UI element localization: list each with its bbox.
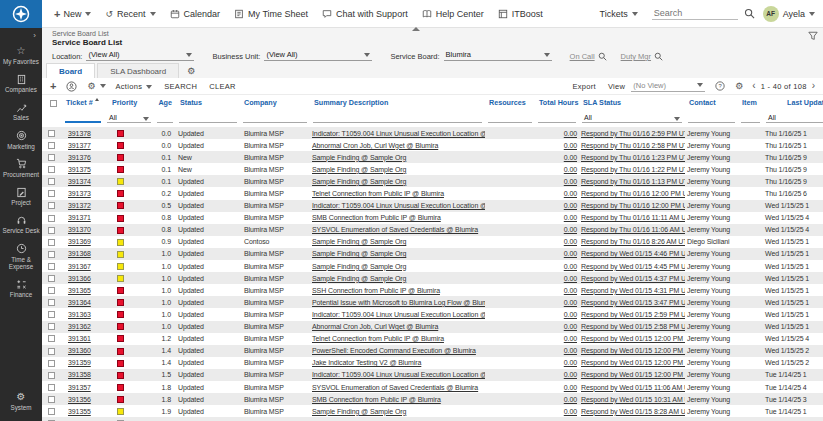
table-row[interactable]: 391363 1.0 Updated Blumira MSP Indicator… <box>42 308 823 320</box>
filter-funnel-icon[interactable] <box>808 31 818 41</box>
total-hours-link[interactable]: 0.00 <box>564 178 577 185</box>
contact-filter-input[interactable] <box>688 113 735 123</box>
ticket-link[interactable]: 391356 <box>68 396 91 403</box>
sla-status-link[interactable]: Respond by Thu 01/16 2:58 PM UTC-05 <box>581 142 685 149</box>
summary-link[interactable]: Indicator: T1059.004 Linux Unusual Execu… <box>312 311 485 318</box>
total-hours-link[interactable]: 0.00 <box>564 408 577 415</box>
table-row[interactable]: 391353 2.0 Updated Blumira MSP SSH Conne… <box>42 417 823 421</box>
sidebar-item-marketing[interactable]: Marketing <box>0 126 42 154</box>
sidebar-item-companies[interactable]: Companies <box>0 69 42 97</box>
row-checkbox[interactable] <box>48 154 55 161</box>
ticket-link[interactable]: 391358 <box>68 371 91 378</box>
table-row[interactable]: 391374 0.1 Updated Blumira MSP Sample Fi… <box>42 175 823 187</box>
ticket-link[interactable]: 391373 <box>68 190 91 197</box>
service-board-select[interactable]: Blumira <box>444 50 552 61</box>
ticket-link[interactable]: 391364 <box>68 299 91 306</box>
table-row[interactable]: 391365 1.0 Updated Blumira MSP SSH Conne… <box>42 284 823 296</box>
table-row[interactable]: 391376 0.1 New Blumira MSP Sample Findin… <box>42 151 823 163</box>
ticket-link[interactable]: 391368 <box>68 250 91 257</box>
table-row[interactable]: 391377 0.0 Updated Blumira MSP Abnormal … <box>42 139 823 151</box>
status-filter-input[interactable] <box>179 113 237 123</box>
sidebar-item-my-favorites[interactable]: ☆ My Favorites <box>0 41 42 69</box>
total-hours-link[interactable]: 0.00 <box>564 371 577 378</box>
ticket-link[interactable]: 391367 <box>68 263 91 270</box>
ticket-link[interactable]: 391365 <box>68 287 91 294</box>
ticket-link[interactable]: 391361 <box>68 335 91 342</box>
tickets-scope-dropdown[interactable]: Tickets <box>599 9 637 19</box>
summary-link[interactable]: Sample Finding @ Sample Org <box>312 250 406 257</box>
summary-link[interactable]: Sample Finding @ Sample Org <box>312 275 406 282</box>
search-icon[interactable] <box>744 8 755 19</box>
summary-link[interactable]: Indicator: T1059.004 Linux Unusual Execu… <box>312 371 485 378</box>
total-hours-link[interactable]: 0.00 <box>564 226 577 233</box>
summary-link[interactable]: Sample Finding @ Sample Org <box>312 408 406 415</box>
my-time-sheet-menu[interactable]: My Time Sheet <box>234 9 308 19</box>
row-checkbox[interactable] <box>48 166 55 173</box>
ticket-link[interactable]: 391371 <box>68 214 91 221</box>
total-hours-link[interactable]: 0.00 <box>564 166 577 173</box>
summary-link[interactable]: Telnet Connection from Public IP @ Blumi… <box>312 190 444 197</box>
sla-status-link[interactable]: Respond by Thu 01/16 12:00 PM UTC-05 <box>581 190 685 197</box>
row-checkbox[interactable] <box>48 275 55 282</box>
search-input[interactable] <box>652 7 738 19</box>
column-header-priority[interactable]: Priority <box>104 95 154 108</box>
row-checkbox[interactable] <box>48 202 55 209</box>
row-checkbox[interactable] <box>48 287 55 294</box>
ticket-link[interactable]: 391375 <box>68 166 91 173</box>
summary-link[interactable]: SSH Connection from Public IP @ Blumira <box>312 287 440 294</box>
ticket-link[interactable]: 391370 <box>68 226 91 233</box>
sidebar-item-system[interactable]: ⚙ System <box>0 387 42 421</box>
summary-link[interactable]: Telnet Connection from Public IP @ Blumi… <box>312 335 444 342</box>
ticket-link[interactable]: 391378 <box>68 130 91 137</box>
collapse-header-chevron[interactable] <box>412 27 420 31</box>
total-hours-link[interactable]: 0.00 <box>564 359 577 366</box>
sla-status-link[interactable]: Respond by Thu 01/16 1:13 PM UTC-05 <box>581 178 685 185</box>
row-checkbox[interactable] <box>48 215 55 222</box>
ticket-link[interactable]: 391377 <box>68 142 91 149</box>
total-hours-link[interactable]: 0.00 <box>564 287 577 294</box>
summary-link[interactable]: Jake Indicator Testing V2 @ Blumira <box>312 359 421 366</box>
column-header-status[interactable]: Status <box>176 95 240 108</box>
table-row[interactable]: 391358 1.5 Updated Blumira MSP Indicator… <box>42 369 823 381</box>
row-checkbox[interactable] <box>48 130 55 137</box>
table-row[interactable]: 391360 1.4 Updated Blumira MSP PowerShel… <box>42 345 823 357</box>
total-hours-link[interactable]: 0.00 <box>564 384 577 391</box>
total-hours-link[interactable]: 0.00 <box>564 130 577 137</box>
sla-status-link[interactable]: Respond by Thu 01/16 1:23 PM UTC-05 <box>581 154 685 161</box>
ticket-link[interactable]: 391369 <box>68 238 91 245</box>
total-hours-link[interactable]: 0.00 <box>564 142 577 149</box>
column-header-ticket[interactable]: Ticket # <box>62 95 104 108</box>
sla-status-link[interactable]: Respond by Wed 01/15 12:00 PM UTC-05 <box>581 371 685 378</box>
sla-status-link[interactable]: Respond by Thu 01/16 11:06 AM UTC-05 <box>581 226 685 233</box>
summary-link[interactable]: SMB Connection from Public IP @ Blumira <box>312 214 441 221</box>
column-header-company[interactable]: Company <box>240 95 310 108</box>
total-hours-link[interactable]: 0.00 <box>564 275 577 282</box>
column-header-summary[interactable]: Summary Description <box>310 95 485 108</box>
duty-mgr-link[interactable]: Duty Mgr <box>621 52 651 61</box>
add-ticket-button[interactable]: + <box>50 80 56 92</box>
total-hours-link[interactable]: 0.00 <box>564 396 577 403</box>
row-checkbox[interactable] <box>48 178 55 185</box>
ticket-link[interactable]: 391376 <box>68 154 91 161</box>
total-hours-link[interactable]: 0.00 <box>564 311 577 318</box>
sidebar-item-project[interactable]: Project <box>0 182 42 210</box>
total-hours-link[interactable]: 0.00 <box>564 299 577 306</box>
table-row[interactable]: 391362 1.0 Updated Blumira MSP Abnormal … <box>42 321 823 333</box>
tab-sla-dashboard[interactable]: SLA Dashboard <box>97 63 179 78</box>
summary-link[interactable]: Sample Finding @ Sample Org <box>312 178 406 185</box>
ticket-link[interactable]: 391359 <box>68 359 91 366</box>
app-logo[interactable] <box>0 0 42 28</box>
column-header-resources[interactable]: Resources <box>485 95 535 108</box>
row-checkbox[interactable] <box>48 408 55 415</box>
column-header-item[interactable]: Item <box>738 95 763 108</box>
sla-status-link[interactable]: Respond by Wed 01/15 4:46 PM UTC-05 <box>581 250 685 257</box>
user-menu[interactable]: Ayela <box>783 9 815 19</box>
summary-filter-input[interactable] <box>313 113 482 123</box>
summary-link[interactable]: Sample Finding @ Sample Org <box>312 166 406 173</box>
table-row[interactable]: 391378 0.0 Updated Blumira MSP Indicator… <box>42 127 823 139</box>
sla-status-link[interactable]: Respond by Wed 01/15 4:31 PM UTC-05 <box>581 287 685 294</box>
tab-board[interactable]: Board <box>46 63 95 78</box>
row-checkbox[interactable] <box>48 142 55 149</box>
row-checkbox[interactable] <box>48 384 55 391</box>
previous-page-chevron[interactable]: ‹ <box>752 81 755 91</box>
